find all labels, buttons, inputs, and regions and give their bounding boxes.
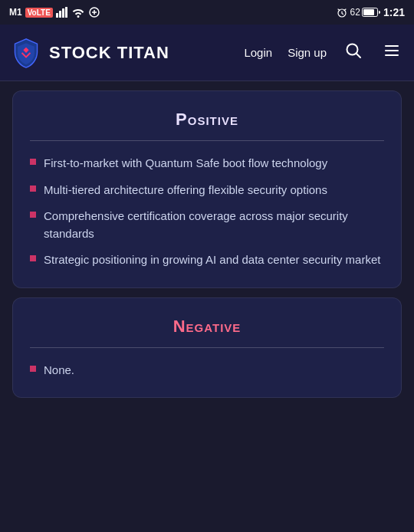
carrier-label: M1 bbox=[9, 7, 22, 18]
alarm-icon bbox=[337, 7, 347, 18]
signal-icon bbox=[56, 7, 68, 18]
svg-line-9 bbox=[356, 54, 361, 58]
svg-rect-0 bbox=[56, 13, 58, 18]
positive-card-title: Positive bbox=[30, 110, 384, 130]
search-button[interactable] bbox=[342, 42, 365, 63]
bullet-icon bbox=[30, 255, 36, 261]
bullet-icon bbox=[30, 159, 36, 165]
logo-area: STOCK TITAN bbox=[11, 38, 244, 68]
status-bar: M1 VoLTE 62 1:21 bbox=[0, 0, 414, 25]
battery-indicator: 62 bbox=[350, 7, 380, 18]
positive-divider bbox=[30, 140, 384, 141]
negative-bullet-list: None. bbox=[30, 362, 384, 379]
bullet-icon bbox=[30, 186, 36, 192]
bullet-icon bbox=[30, 366, 36, 372]
negative-divider bbox=[30, 347, 384, 348]
svg-rect-2 bbox=[62, 8, 64, 18]
time-display: 1:21 bbox=[383, 6, 405, 18]
battery-icon bbox=[362, 8, 380, 17]
bullet-icon bbox=[30, 212, 36, 218]
positive-item-3: Comprehensive certification coverage acr… bbox=[44, 208, 384, 242]
positive-item-2: Multi-tiered architecture offering flexi… bbox=[44, 182, 327, 199]
negative-card-title: Negative bbox=[30, 317, 384, 337]
positive-item-1: First-to-market with Quantum Safe boot f… bbox=[44, 155, 327, 172]
wifi-icon bbox=[71, 7, 85, 18]
logo-text: STOCK TITAN bbox=[49, 43, 169, 63]
hamburger-icon bbox=[383, 42, 400, 59]
svg-rect-3 bbox=[65, 7, 67, 18]
list-item: None. bbox=[30, 362, 384, 379]
signup-link[interactable]: Sign up bbox=[288, 46, 327, 59]
negative-item-1: None. bbox=[44, 362, 74, 379]
network-type: VoLTE bbox=[25, 8, 53, 18]
nav-links: Login Sign up bbox=[244, 42, 403, 63]
status-right: 62 1:21 bbox=[337, 6, 405, 18]
svg-rect-12 bbox=[385, 54, 399, 56]
list-item: First-to-market with Quantum Safe boot f… bbox=[30, 155, 384, 172]
logo-shield-icon bbox=[11, 38, 41, 68]
list-item: Comprehensive certification coverage acr… bbox=[30, 208, 384, 242]
battery-level: 62 bbox=[350, 7, 360, 18]
svg-rect-7 bbox=[363, 9, 374, 15]
search-icon bbox=[345, 42, 362, 59]
status-left: M1 VoLTE bbox=[9, 7, 100, 18]
extra-icon bbox=[88, 7, 100, 18]
negative-card: Negative None. bbox=[12, 297, 402, 399]
svg-rect-10 bbox=[385, 45, 399, 47]
list-item: Multi-tiered architecture offering flexi… bbox=[30, 182, 384, 199]
list-item: Strategic positioning in growing AI and … bbox=[30, 251, 384, 269]
navbar: STOCK TITAN Login Sign up bbox=[0, 25, 414, 81]
main-content: Positive First-to-market with Quantum Sa… bbox=[0, 81, 414, 407]
positive-bullet-list: First-to-market with Quantum Safe boot f… bbox=[30, 155, 384, 269]
svg-rect-1 bbox=[59, 11, 61, 18]
login-link[interactable]: Login bbox=[244, 46, 272, 59]
positive-card: Positive First-to-market with Quantum Sa… bbox=[12, 90, 402, 288]
svg-rect-11 bbox=[385, 50, 399, 51]
menu-button[interactable] bbox=[380, 42, 403, 63]
positive-item-4: Strategic positioning in growing AI and … bbox=[44, 251, 380, 269]
